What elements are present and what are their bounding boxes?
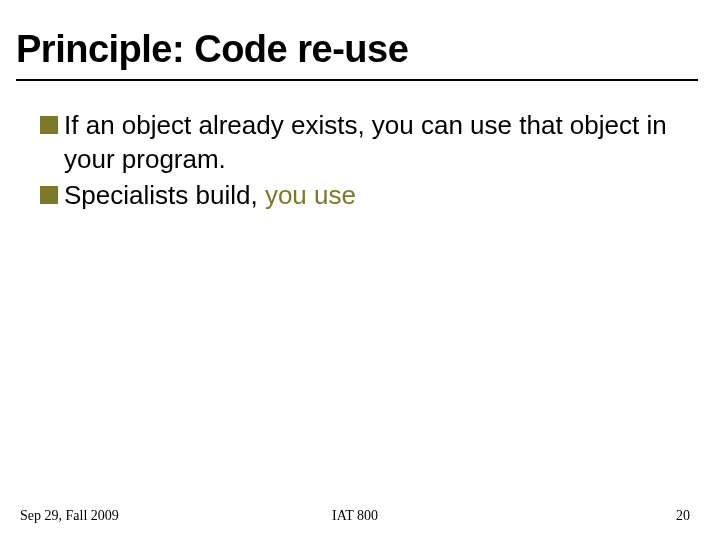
- footer-course: IAT 800: [243, 508, 466, 524]
- slide-title: Principle: Code re-use: [0, 0, 720, 79]
- footer-page-number: 20: [467, 508, 690, 524]
- bullet-square-icon: [40, 186, 58, 204]
- slide-footer: Sep 29, Fall 2009 IAT 800 20: [0, 508, 720, 524]
- bullet-text: If an object already exists, you can use…: [64, 109, 680, 177]
- slide-content: If an object already exists, you can use…: [0, 81, 720, 212]
- bullet-square-icon: [40, 116, 58, 134]
- bullet-item: If an object already exists, you can use…: [40, 109, 680, 177]
- bullet-item: Specialists build, you use: [40, 179, 680, 213]
- bullet-text: Specialists build, you use: [64, 179, 356, 213]
- footer-date: Sep 29, Fall 2009: [20, 508, 243, 524]
